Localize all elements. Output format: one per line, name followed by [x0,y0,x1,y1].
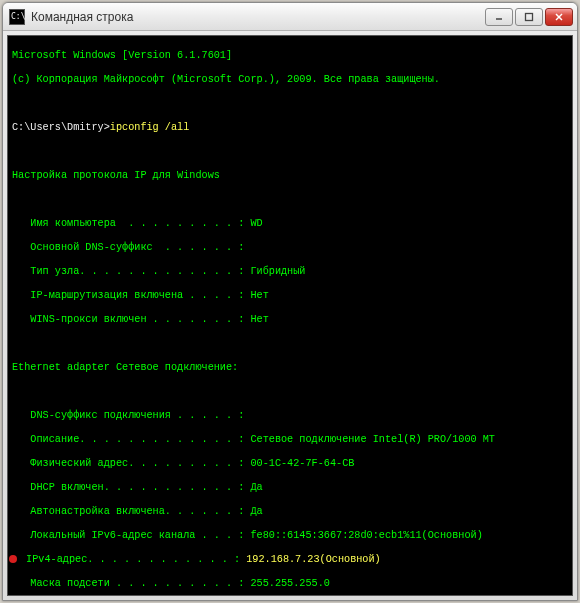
line: WINS-прокси включен . . . . . . . : Нет [12,314,568,326]
line [12,146,568,158]
line: Имя компьютера . . . . . . . . . : WD [12,218,568,230]
line: Локальный IPv6-адрес канала . . . : fe80… [12,530,568,542]
console-output[interactable]: Microsoft Windows [Version 6.1.7601] (c)… [7,35,573,596]
cmd-icon: C:\ [9,9,25,25]
line: Физический адрес. . . . . . . . . : 00-1… [12,458,568,470]
cmd-window: C:\ Командная строка Microsoft Windows [… [2,2,578,601]
line: Microsoft Windows [Version 6.1.7601] [12,50,568,62]
line: (c) Корпорация Майкрософт (Microsoft Cor… [12,74,568,86]
close-button[interactable] [545,8,573,26]
line: Настройка протокола IP для Windows [12,170,568,182]
window-controls [485,8,573,26]
highlight-dot-icon [9,555,17,563]
ipv4-line: IPv4-адрес. . . . . . . . . . . . : 192.… [12,554,568,566]
line [12,98,568,110]
line [12,338,568,350]
line: Основной DNS-суффикс . . . . . . : [12,242,568,254]
prompt-line: C:\Users\Dmitry>ipconfig /all [12,122,568,134]
line [12,194,568,206]
line: Автонастройка включена. . . . . . : Да [12,506,568,518]
section-header: Ethernet adapter Сетевое подключение: [12,362,568,374]
minimize-button[interactable] [485,8,513,26]
line: DHCP включен. . . . . . . . . . . : Да [12,482,568,494]
line: DNS-суффикс подключения . . . . . : [12,410,568,422]
line: Маска подсети . . . . . . . . . . : 255.… [12,578,568,590]
svg-rect-1 [526,13,533,20]
window-title: Командная строка [31,10,485,24]
line: Описание. . . . . . . . . . . . . : Сете… [12,434,568,446]
line: IP-маршрутизация включена . . . . : Нет [12,290,568,302]
titlebar[interactable]: C:\ Командная строка [3,3,577,31]
line: Тип узла. . . . . . . . . . . . . : Гибр… [12,266,568,278]
line [12,386,568,398]
maximize-button[interactable] [515,8,543,26]
